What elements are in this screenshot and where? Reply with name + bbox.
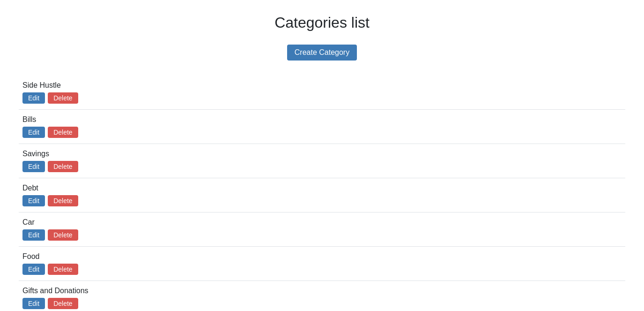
delete-button[interactable]: Delete [48, 264, 78, 275]
page-title: Categories list [19, 14, 625, 31]
edit-button[interactable]: Edit [22, 264, 45, 275]
edit-button[interactable]: Edit [22, 229, 45, 241]
edit-button[interactable]: Edit [22, 127, 45, 138]
category-actions: EditDelete [22, 127, 622, 138]
category-name: Debt [22, 184, 622, 192]
category-name: Car [22, 218, 622, 227]
category-list: Side HustleEditDeleteBillsEditDeleteSavi… [19, 76, 625, 311]
edit-button[interactable]: Edit [22, 298, 45, 309]
create-category-button[interactable]: Create Category [287, 45, 357, 61]
category-actions: EditDelete [22, 195, 622, 206]
category-actions: EditDelete [22, 92, 622, 104]
category-name: Savings [22, 150, 622, 158]
category-actions: EditDelete [22, 229, 622, 241]
edit-button[interactable]: Edit [22, 195, 45, 206]
category-name: Bills [22, 115, 622, 124]
category-name: Gifts and Donations [22, 287, 622, 295]
edit-button[interactable]: Edit [22, 161, 45, 172]
edit-button[interactable]: Edit [22, 92, 45, 104]
list-item: FoodEditDelete [19, 247, 625, 281]
category-actions: EditDelete [22, 298, 622, 309]
create-btn-container: Create Category [19, 45, 625, 61]
category-name: Side Hustle [22, 81, 622, 90]
page-container: Categories list Create Category Side Hus… [0, 0, 644, 311]
list-item: BillsEditDelete [19, 110, 625, 144]
list-item: SavingsEditDelete [19, 144, 625, 178]
delete-button[interactable]: Delete [48, 229, 78, 241]
list-item: CarEditDelete [19, 212, 625, 247]
category-actions: EditDelete [22, 264, 622, 275]
delete-button[interactable]: Delete [48, 298, 78, 309]
list-item: DebtEditDelete [19, 178, 625, 212]
category-name: Food [22, 252, 622, 261]
delete-button[interactable]: Delete [48, 92, 78, 104]
delete-button[interactable]: Delete [48, 127, 78, 138]
list-item: Gifts and DonationsEditDelete [19, 281, 625, 311]
list-item: Side HustleEditDelete [19, 76, 625, 110]
delete-button[interactable]: Delete [48, 161, 78, 172]
category-actions: EditDelete [22, 161, 622, 172]
delete-button[interactable]: Delete [48, 195, 78, 206]
